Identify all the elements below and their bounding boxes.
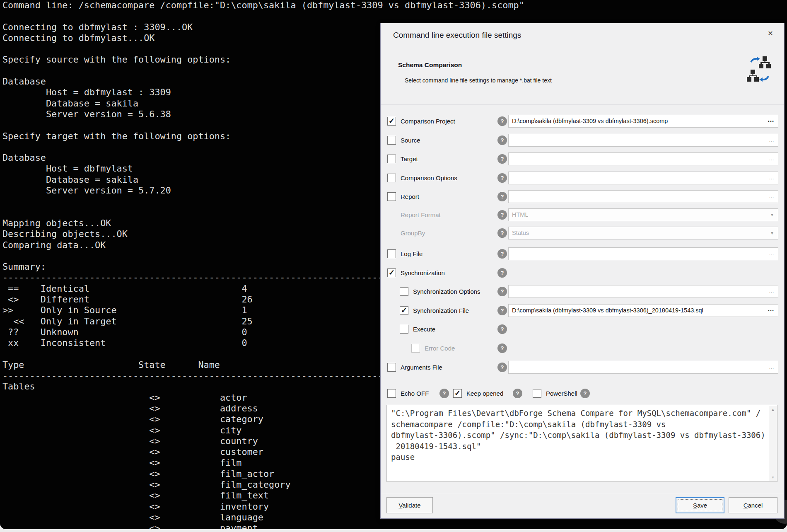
row-execute: Execute ? — [381, 323, 784, 336]
groupby-combo[interactable]: Status ▼ — [508, 227, 778, 239]
row-label: Arguments File — [401, 364, 442, 371]
browse-button[interactable]: … — [768, 305, 775, 313]
browse-button[interactable]: … — [769, 174, 775, 181]
row-label: GroupBy — [401, 230, 425, 237]
bat-text-area[interactable]: "C:\Program Files\Devart\dbForge Schema … — [386, 405, 777, 482]
synchronization-file-field[interactable]: D:\comp\sakila (dbfmylast-3309 vs dbfmyl… — [508, 304, 778, 317]
keep-opened-checkbox[interactable]: ✓ — [453, 389, 462, 398]
browse-button[interactable]: … — [769, 250, 775, 256]
report-format-combo[interactable]: HTML ▼ — [508, 208, 778, 221]
help-icon[interactable]: ? — [497, 343, 507, 353]
command-line-settings-dialog: Command line execution file settings ✕ S… — [380, 23, 785, 519]
browse-button[interactable]: … — [769, 288, 775, 294]
synchronization-file-checkbox[interactable]: ✓ — [400, 306, 408, 315]
log-file-checkbox[interactable] — [387, 249, 396, 258]
source-checkbox[interactable] — [387, 136, 396, 145]
help-icon[interactable]: ? — [497, 192, 507, 201]
synchronization-checkbox[interactable]: ✓ — [387, 268, 396, 277]
target-checkbox[interactable] — [387, 155, 396, 163]
schema-comparison-heading: Schema Comparison — [398, 61, 462, 69]
synchronization-options-field[interactable]: … — [508, 285, 778, 298]
comparison-options-checkbox[interactable] — [387, 174, 396, 182]
help-icon[interactable]: ? — [497, 154, 507, 164]
cancel-button[interactable]: Cancel — [729, 497, 777, 513]
error-code-checkbox — [411, 344, 420, 353]
row-comparison-project: ✓ Comparison Project ? D:\comp\sakila (d… — [381, 115, 784, 128]
help-icon[interactable]: ? — [497, 173, 507, 183]
row-report-format: Report Format ? HTML ▼ — [381, 208, 784, 222]
row-label: Source — [401, 137, 420, 144]
comparison-project-field[interactable]: D:\comp\sakila (dbfmylast-3309 vs dbfmyl… — [508, 115, 778, 128]
browse-button[interactable]: … — [768, 116, 775, 123]
help-icon[interactable]: ? — [497, 287, 507, 296]
log-file-field[interactable]: … — [508, 247, 778, 260]
row-label: Comparison Project — [401, 118, 455, 125]
synchronization-options-checkbox[interactable] — [400, 287, 408, 296]
row-error-code: Error Code ? — [381, 342, 784, 355]
row-report: Report ? … — [381, 190, 784, 203]
row-comparison-options: Comparison Options ? … — [381, 172, 784, 185]
row-target: Target ? … — [381, 152, 784, 166]
scrollbar[interactable]: ▲ ▼ — [769, 406, 777, 481]
report-field[interactable]: … — [508, 190, 778, 203]
help-icon[interactable]: ? — [580, 389, 590, 398]
row-source: Source ? … — [381, 134, 784, 147]
close-icon[interactable]: ✕ — [765, 28, 776, 39]
source-field[interactable]: … — [508, 134, 778, 147]
row-label: Execute — [413, 326, 435, 333]
schema-sync-icon — [746, 56, 773, 83]
help-icon[interactable]: ? — [497, 228, 507, 238]
target-field[interactable]: … — [508, 152, 778, 165]
row-label: Log File — [401, 250, 422, 257]
row-label: Synchronization — [401, 269, 445, 276]
row-label: Report — [401, 193, 419, 200]
header-divider — [381, 104, 784, 105]
dialog-title: Command line execution file settings — [393, 31, 521, 40]
report-checkbox[interactable] — [387, 192, 396, 201]
save-button[interactable]: Save — [676, 497, 724, 513]
bat-options-row: Echo OFF ? ✓ Keep opened ? PowerShell ? — [381, 389, 784, 399]
comparison-options-field[interactable]: … — [508, 172, 778, 184]
row-label: Synchronization Options — [413, 288, 480, 295]
help-icon[interactable]: ? — [497, 135, 507, 145]
help-icon[interactable]: ? — [497, 249, 507, 259]
arguments-file-checkbox[interactable] — [387, 363, 396, 372]
row-label: Target — [401, 155, 418, 162]
row-label: Synchronization File — [413, 307, 469, 314]
scroll-down-icon[interactable]: ▼ — [769, 476, 777, 479]
validate-button[interactable]: Validate — [386, 497, 433, 513]
help-icon[interactable]: ? — [497, 268, 507, 278]
help-icon[interactable]: ? — [439, 389, 449, 398]
row-label: Error Code — [425, 345, 455, 352]
browse-button[interactable]: … — [769, 137, 775, 143]
help-icon[interactable]: ? — [513, 389, 522, 398]
echo-off-checkbox[interactable] — [387, 389, 396, 398]
help-icon[interactable]: ? — [497, 324, 507, 334]
browse-button[interactable]: … — [769, 155, 775, 162]
chevron-down-icon: ▼ — [770, 213, 774, 217]
dialog-subtitle: Select command line file settings to man… — [405, 77, 552, 84]
row-synchronization-file: ✓ Synchronization File ? D:\comp\sakila … — [381, 304, 784, 317]
row-label: Comparison Options — [401, 174, 457, 181]
row-label: Report Format — [401, 211, 441, 218]
execute-checkbox[interactable] — [400, 325, 408, 334]
keep-opened-label: Keep opened — [466, 390, 503, 397]
chevron-down-icon: ▼ — [770, 231, 774, 235]
row-synchronization: ✓ Synchronization ? — [381, 266, 784, 280]
row-log-file: Log File ? … — [381, 247, 784, 261]
comparison-project-checkbox[interactable]: ✓ — [387, 117, 396, 126]
help-icon[interactable]: ? — [497, 210, 507, 220]
echo-off-label: Echo OFF — [401, 390, 429, 397]
powershell-checkbox[interactable] — [533, 389, 541, 398]
help-icon[interactable]: ? — [497, 363, 507, 372]
row-synchronization-options: Synchronization Options ? … — [381, 285, 784, 298]
help-icon[interactable]: ? — [497, 116, 507, 126]
arguments-file-field[interactable]: … — [508, 361, 778, 374]
browse-button[interactable]: … — [769, 193, 775, 199]
help-icon[interactable]: ? — [497, 306, 507, 315]
scroll-up-icon[interactable]: ▲ — [769, 407, 777, 412]
footer-divider — [381, 494, 784, 494]
powershell-label: PowerShell — [546, 390, 577, 397]
row-groupby: GroupBy ? Status ▼ — [381, 227, 784, 240]
browse-button[interactable]: … — [769, 364, 775, 370]
